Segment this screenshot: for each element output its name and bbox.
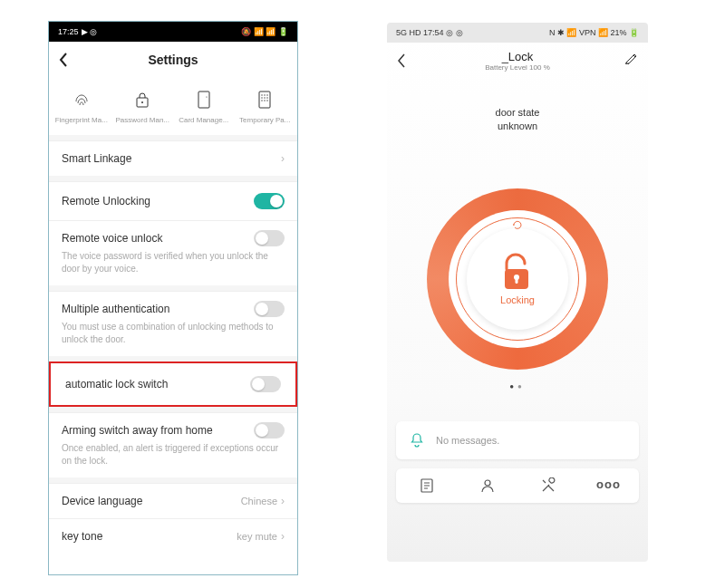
row-desc: The voice password is verified when you … [62, 250, 285, 275]
svg-rect-4 [259, 92, 270, 108]
back-button[interactable] [58, 52, 69, 68]
row-device-language[interactable]: Device language Chinese› [49, 483, 297, 518]
manager-label: Fingerprint Ma... [51, 116, 112, 124]
row-value: Chinese [241, 496, 277, 506]
status-bar: 5G HD 17:54 ◎ ◎ N ✱ 📶 VPN 📶 21% 🔋 [387, 23, 648, 43]
header: _Lock Battery Level 100 % [387, 43, 648, 79]
row-remote-voice: Remote voice unlock The voice password i… [49, 220, 297, 285]
row-auto-lock: automatic lock switch [53, 365, 294, 403]
status-time: 17:25 [58, 27, 79, 36]
toggle-arming[interactable] [254, 422, 285, 439]
nav-tools[interactable] [517, 477, 578, 494]
row-desc: You must use a combination of unlocking … [62, 321, 285, 345]
management-row: Fingerprint Ma... Password Man... Card M… [49, 78, 297, 135]
header: Settings [49, 42, 297, 78]
bottom-nav: ooo [396, 468, 639, 503]
row-label: key tone [62, 530, 102, 543]
manager-label: Password Man... [112, 116, 174, 124]
reset-icon [512, 219, 523, 230]
lock-screen: 5G HD 17:54 ◎ ◎ N ✱ 📶 VPN 📶 21% 🔋 _Lock … [387, 23, 648, 562]
edit-button[interactable] [624, 52, 637, 64]
lock-icon [131, 89, 153, 111]
messages-text: No messages. [436, 435, 499, 446]
manager-label: Temporary Pa... [235, 116, 296, 124]
svg-point-5 [262, 94, 263, 95]
row-key-tone[interactable]: key tone key mute› [49, 518, 297, 554]
status-system-icons: 🔕 📶 📶 🔋 [241, 27, 288, 36]
svg-rect-17 [516, 278, 518, 284]
row-label: Arming switch away from home [62, 424, 213, 437]
toggle-remote-voice[interactable] [254, 230, 285, 246]
row-value: key mute [237, 531, 277, 542]
svg-point-7 [267, 94, 268, 95]
svg-point-6 [265, 94, 266, 95]
device-name: _Lock [485, 50, 550, 63]
manager-card[interactable]: Card Manage... [173, 83, 235, 124]
row-label: Remote Unlocking [62, 195, 150, 207]
chevron-right-icon: › [281, 495, 285, 507]
door-state-value: unknown [387, 120, 648, 133]
row-label: Device language [62, 495, 142, 507]
svg-point-10 [267, 97, 268, 98]
chevron-right-icon: › [281, 530, 285, 543]
row-arming: Arming switch away from home Once enable… [49, 412, 297, 477]
page-dots: ●● [387, 382, 648, 390]
svg-point-22 [485, 480, 490, 486]
row-remote-unlocking: Remote Unlocking [49, 181, 297, 220]
nav-more[interactable]: ooo [578, 477, 639, 494]
toggle-multi-auth[interactable] [254, 301, 285, 317]
settings-screen: 17:25 ▶ ◎ 🔕 📶 📶 🔋 Settings Fingerprint M… [48, 21, 298, 575]
manager-password[interactable]: Password Man... [112, 83, 174, 124]
door-state-label: door state [387, 106, 648, 120]
messages-card[interactable]: No messages. [396, 421, 639, 459]
svg-point-9 [265, 97, 266, 98]
row-smart-linkage[interactable]: Smart Linkage › [49, 140, 297, 176]
svg-point-8 [262, 97, 263, 98]
svg-point-11 [262, 100, 263, 101]
row-label: automatic lock switch [65, 378, 168, 390]
svg-point-12 [265, 100, 266, 101]
fingerprint-icon [71, 89, 92, 111]
lock-button[interactable]: Locking [427, 188, 608, 370]
card-icon [193, 89, 215, 111]
toggle-remote-unlocking[interactable] [254, 193, 285, 209]
svg-point-13 [267, 100, 268, 101]
bell-icon [409, 432, 425, 448]
door-state: door state unknown [387, 106, 648, 134]
svg-point-3 [206, 96, 207, 97]
back-button[interactable] [396, 53, 407, 69]
row-label: Smart Linkage [62, 152, 131, 165]
row-label: Remote voice unlock [62, 232, 162, 245]
manager-fingerprint[interactable]: Fingerprint Ma... [51, 83, 112, 124]
nav-users[interactable] [457, 477, 517, 494]
keypad-icon [254, 89, 276, 111]
status-left: 5G HD 17:54 ◎ ◎ [396, 28, 463, 37]
row-desc: Once enabled, an alert is triggered if e… [62, 442, 285, 467]
highlighted-row: automatic lock switch [49, 361, 297, 407]
row-multi-auth: Multiple authentication You must use a c… [49, 291, 297, 356]
nav-logs[interactable] [396, 477, 457, 494]
svg-point-1 [141, 101, 143, 103]
manager-label: Card Manage... [173, 116, 235, 124]
lock-action-label: Locking [500, 294, 535, 305]
status-right: N ✱ 📶 VPN 📶 21% 🔋 [549, 28, 639, 37]
status-bar: 17:25 ▶ ◎ 🔕 📶 📶 🔋 [49, 22, 297, 42]
unlock-icon [499, 253, 536, 291]
toggle-auto-lock[interactable] [250, 376, 281, 392]
battery-level: Battery Level 100 % [485, 63, 550, 72]
status-app-icons: ▶ ◎ [82, 27, 98, 36]
chevron-right-icon: › [281, 152, 285, 165]
manager-temporary[interactable]: Temporary Pa... [235, 83, 296, 124]
svg-rect-2 [198, 92, 209, 108]
page-title: Settings [148, 53, 198, 67]
row-label: Multiple authentication [62, 303, 169, 315]
